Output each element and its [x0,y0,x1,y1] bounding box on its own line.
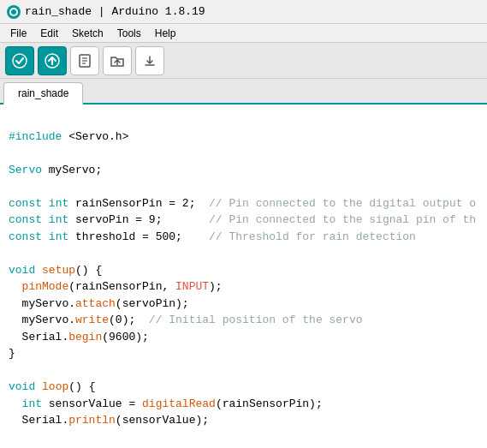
arduino-icon [7,5,21,19]
upload-button[interactable] [38,46,67,75]
title-bar-text: rain_shade | Arduino 1.8.19 [25,5,205,18]
toolbar [0,43,487,79]
new-button[interactable] [70,46,99,75]
menu-sketch[interactable]: Sketch [65,26,110,41]
code-area[interactable]: #include <Servo.h> Servo myServo; const … [0,105,487,448]
tab-bar: rain_shade [0,79,487,105]
menu-bar: File Edit Sketch Tools Help [0,24,487,43]
save-button[interactable] [135,46,164,75]
open-button[interactable] [103,46,132,75]
menu-file[interactable]: File [3,26,33,41]
menu-edit[interactable]: Edit [33,26,65,41]
menu-help[interactable]: Help [148,26,183,41]
menu-tools[interactable]: Tools [110,26,148,41]
verify-button[interactable] [5,46,34,75]
svg-point-0 [13,54,27,68]
title-bar: rain_shade | Arduino 1.8.19 [0,0,487,24]
tab-rain-shade[interactable]: rain_shade [3,82,83,105]
